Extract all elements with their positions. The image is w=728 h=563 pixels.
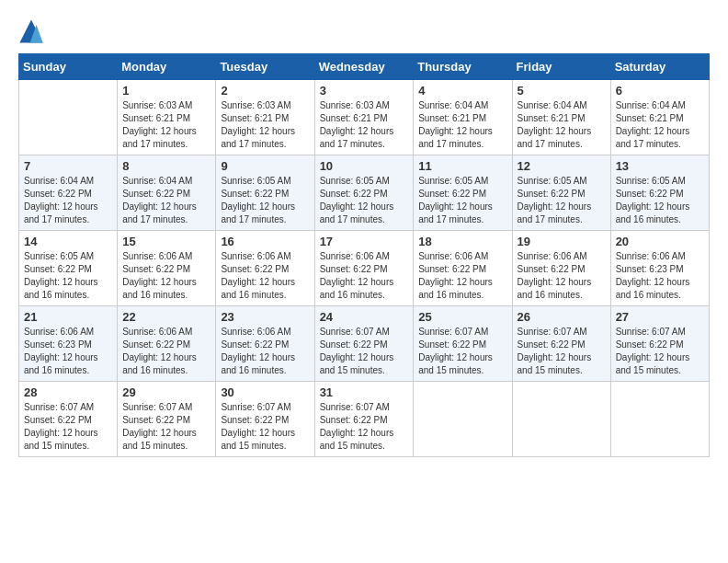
calendar-week-5: 28Sunrise: 6:07 AMSunset: 6:22 PMDayligh… xyxy=(19,382,710,457)
calendar-cell xyxy=(19,80,118,155)
calendar-header-friday: Friday xyxy=(512,54,610,80)
day-number: 20 xyxy=(616,235,704,248)
day-info: Sunrise: 6:04 AMSunset: 6:22 PMDaylight:… xyxy=(24,175,112,226)
calendar-cell: 8Sunrise: 6:04 AMSunset: 6:22 PMDaylight… xyxy=(118,155,216,231)
day-number: 10 xyxy=(320,159,409,173)
calendar-cell: 23Sunrise: 6:06 AMSunset: 6:22 PMDayligh… xyxy=(216,306,314,382)
calendar-week-2: 7Sunrise: 6:04 AMSunset: 6:22 PMDaylight… xyxy=(19,155,710,231)
day-info: Sunrise: 6:07 AMSunset: 6:22 PMDaylight:… xyxy=(518,326,606,377)
day-number: 30 xyxy=(221,385,309,399)
logo xyxy=(18,18,48,44)
day-info: Sunrise: 6:03 AMSunset: 6:21 PMDaylight:… xyxy=(320,99,409,151)
day-info: Sunrise: 6:04 AMSunset: 6:21 PMDaylight:… xyxy=(518,99,606,151)
calendar-header-monday: Monday xyxy=(118,54,216,80)
calendar-cell: 20Sunrise: 6:06 AMSunset: 6:23 PMDayligh… xyxy=(610,231,709,306)
day-info: Sunrise: 6:07 AMSunset: 6:22 PMDaylight:… xyxy=(122,401,210,453)
day-number: 5 xyxy=(518,84,606,98)
day-number: 3 xyxy=(320,84,409,98)
calendar-cell: 25Sunrise: 6:07 AMSunset: 6:22 PMDayligh… xyxy=(414,306,512,382)
calendar-cell: 5Sunrise: 6:04 AMSunset: 6:21 PMDaylight… xyxy=(512,80,610,155)
day-info: Sunrise: 6:06 AMSunset: 6:22 PMDaylight:… xyxy=(221,250,309,302)
calendar-table: SundayMondayTuesdayWednesdayThursdayFrid… xyxy=(18,53,710,457)
calendar-cell xyxy=(610,382,709,457)
calendar-header-sunday: Sunday xyxy=(19,54,118,80)
day-number: 1 xyxy=(122,84,210,98)
calendar-week-1: 1Sunrise: 6:03 AMSunset: 6:21 PMDaylight… xyxy=(19,80,710,155)
calendar-cell: 1Sunrise: 6:03 AMSunset: 6:21 PMDaylight… xyxy=(118,80,216,155)
day-number: 18 xyxy=(418,235,506,248)
day-info: Sunrise: 6:05 AMSunset: 6:22 PMDaylight:… xyxy=(320,175,409,226)
calendar-cell: 24Sunrise: 6:07 AMSunset: 6:22 PMDayligh… xyxy=(314,306,414,382)
calendar-cell: 18Sunrise: 6:06 AMSunset: 6:22 PMDayligh… xyxy=(414,231,512,306)
calendar-cell: 2Sunrise: 6:03 AMSunset: 6:21 PMDaylight… xyxy=(216,80,314,155)
day-number: 14 xyxy=(24,235,112,248)
day-number: 12 xyxy=(518,159,606,173)
calendar-cell: 27Sunrise: 6:07 AMSunset: 6:22 PMDayligh… xyxy=(610,306,709,382)
day-info: Sunrise: 6:04 AMSunset: 6:21 PMDaylight:… xyxy=(418,99,506,151)
calendar-cell xyxy=(512,382,610,457)
day-info: Sunrise: 6:06 AMSunset: 6:22 PMDaylight:… xyxy=(122,250,210,302)
day-number: 17 xyxy=(320,235,409,248)
day-number: 28 xyxy=(24,385,112,399)
day-info: Sunrise: 6:07 AMSunset: 6:22 PMDaylight:… xyxy=(418,326,506,377)
calendar-cell: 12Sunrise: 6:05 AMSunset: 6:22 PMDayligh… xyxy=(512,155,610,231)
calendar-cell: 16Sunrise: 6:06 AMSunset: 6:22 PMDayligh… xyxy=(216,231,314,306)
calendar-cell: 26Sunrise: 6:07 AMSunset: 6:22 PMDayligh… xyxy=(512,306,610,382)
day-info: Sunrise: 6:06 AMSunset: 6:22 PMDaylight:… xyxy=(418,250,506,302)
day-number: 26 xyxy=(518,310,606,324)
calendar-header-thursday: Thursday xyxy=(414,54,512,80)
calendar-cell: 6Sunrise: 6:04 AMSunset: 6:21 PMDaylight… xyxy=(610,80,709,155)
calendar-cell: 19Sunrise: 6:06 AMSunset: 6:22 PMDayligh… xyxy=(512,231,610,306)
day-info: Sunrise: 6:03 AMSunset: 6:21 PMDaylight:… xyxy=(221,99,309,151)
day-info: Sunrise: 6:05 AMSunset: 6:22 PMDaylight:… xyxy=(221,175,309,226)
day-number: 23 xyxy=(221,310,309,324)
calendar-cell: 21Sunrise: 6:06 AMSunset: 6:23 PMDayligh… xyxy=(19,306,118,382)
day-info: Sunrise: 6:07 AMSunset: 6:22 PMDaylight:… xyxy=(320,401,409,453)
calendar-header-tuesday: Tuesday xyxy=(216,54,314,80)
day-info: Sunrise: 6:06 AMSunset: 6:22 PMDaylight:… xyxy=(320,250,409,302)
day-info: Sunrise: 6:05 AMSunset: 6:22 PMDaylight:… xyxy=(518,175,606,226)
calendar-cell: 11Sunrise: 6:05 AMSunset: 6:22 PMDayligh… xyxy=(414,155,512,231)
calendar-cell: 30Sunrise: 6:07 AMSunset: 6:22 PMDayligh… xyxy=(216,382,314,457)
day-number: 29 xyxy=(122,385,210,399)
day-info: Sunrise: 6:06 AMSunset: 6:23 PMDaylight:… xyxy=(24,326,112,377)
day-number: 31 xyxy=(320,385,409,399)
calendar-cell: 28Sunrise: 6:07 AMSunset: 6:22 PMDayligh… xyxy=(19,382,118,457)
calendar-cell: 17Sunrise: 6:06 AMSunset: 6:22 PMDayligh… xyxy=(314,231,414,306)
day-number: 27 xyxy=(616,310,704,324)
logo-icon xyxy=(18,18,44,44)
page-header xyxy=(18,18,710,44)
calendar-cell: 15Sunrise: 6:06 AMSunset: 6:22 PMDayligh… xyxy=(118,231,216,306)
day-number: 6 xyxy=(616,84,704,98)
day-number: 8 xyxy=(122,159,210,173)
calendar-cell: 10Sunrise: 6:05 AMSunset: 6:22 PMDayligh… xyxy=(314,155,414,231)
day-number: 11 xyxy=(418,159,506,173)
day-info: Sunrise: 6:03 AMSunset: 6:21 PMDaylight:… xyxy=(122,99,210,151)
day-number: 9 xyxy=(221,159,309,173)
day-number: 2 xyxy=(221,84,309,98)
calendar-cell: 7Sunrise: 6:04 AMSunset: 6:22 PMDaylight… xyxy=(19,155,118,231)
day-info: Sunrise: 6:07 AMSunset: 6:22 PMDaylight:… xyxy=(221,401,309,453)
calendar-cell: 9Sunrise: 6:05 AMSunset: 6:22 PMDaylight… xyxy=(216,155,314,231)
calendar-cell: 13Sunrise: 6:05 AMSunset: 6:22 PMDayligh… xyxy=(610,155,709,231)
calendar-cell: 22Sunrise: 6:06 AMSunset: 6:22 PMDayligh… xyxy=(118,306,216,382)
calendar-cell: 4Sunrise: 6:04 AMSunset: 6:21 PMDaylight… xyxy=(414,80,512,155)
day-info: Sunrise: 6:06 AMSunset: 6:22 PMDaylight:… xyxy=(221,326,309,377)
calendar-header-row: SundayMondayTuesdayWednesdayThursdayFrid… xyxy=(19,54,710,80)
day-number: 19 xyxy=(518,235,606,248)
day-info: Sunrise: 6:07 AMSunset: 6:22 PMDaylight:… xyxy=(320,326,409,377)
day-number: 22 xyxy=(122,310,210,324)
day-number: 4 xyxy=(418,84,506,98)
day-info: Sunrise: 6:06 AMSunset: 6:23 PMDaylight:… xyxy=(616,250,704,302)
day-number: 24 xyxy=(320,310,409,324)
day-number: 25 xyxy=(418,310,506,324)
day-info: Sunrise: 6:07 AMSunset: 6:22 PMDaylight:… xyxy=(24,401,112,453)
day-info: Sunrise: 6:05 AMSunset: 6:22 PMDaylight:… xyxy=(616,175,704,226)
day-number: 13 xyxy=(616,159,704,173)
calendar-cell: 14Sunrise: 6:05 AMSunset: 6:22 PMDayligh… xyxy=(19,231,118,306)
day-number: 15 xyxy=(122,235,210,248)
day-info: Sunrise: 6:06 AMSunset: 6:22 PMDaylight:… xyxy=(518,250,606,302)
day-number: 21 xyxy=(24,310,112,324)
day-number: 16 xyxy=(221,235,309,248)
day-info: Sunrise: 6:05 AMSunset: 6:22 PMDaylight:… xyxy=(24,250,112,302)
